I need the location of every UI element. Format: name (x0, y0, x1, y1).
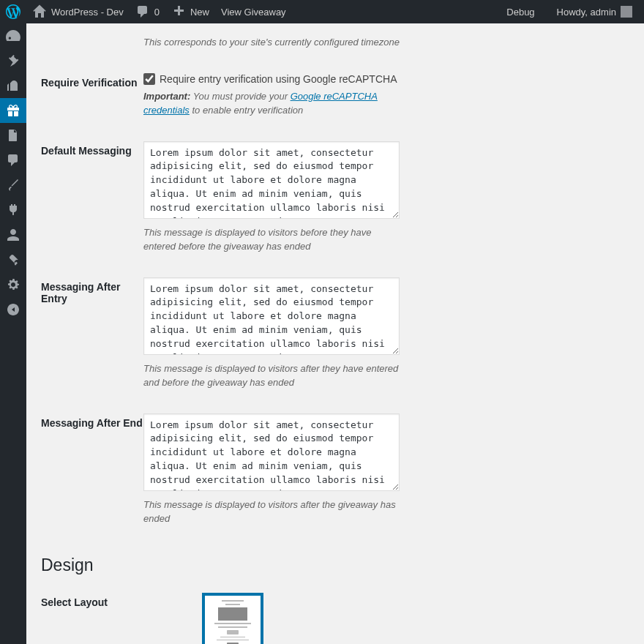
menu-dashboard[interactable] (0, 23, 26, 48)
layout-option-selected[interactable] (202, 593, 263, 645)
pin-icon (6, 53, 20, 68)
menu-tools[interactable] (0, 247, 26, 272)
timezone-label-spacer (41, 23, 143, 27)
site-name-label: WordPress - Dev (51, 7, 124, 18)
admin-bar: WordPress - Dev 0 New View Giveaway Debu… (0, 0, 644, 23)
gift-icon (6, 103, 20, 118)
account-button[interactable]: Howdy, admin (551, 0, 638, 23)
wordpress-logo-icon (6, 4, 20, 19)
layout-thumb-decoration (218, 626, 247, 628)
default-messaging-description: This message is displayed to visitors be… (143, 225, 401, 254)
menu-settings[interactable] (0, 272, 26, 297)
wp-logo-button[interactable] (0, 0, 26, 23)
menu-appearance[interactable] (0, 173, 26, 198)
design-heading: Design (41, 555, 629, 575)
dashboard-icon (6, 29, 20, 43)
layout-thumb-decoration (227, 630, 239, 634)
debug-label: Debug (506, 7, 534, 18)
menu-comments[interactable] (0, 148, 26, 173)
verification-label: Require Verification (41, 73, 143, 89)
comments-button[interactable]: 0 (130, 0, 165, 23)
new-label: New (190, 7, 209, 18)
layout-thumb-decoration (218, 607, 247, 621)
comments-count: 0 (154, 7, 160, 18)
verification-important-prefix: Important: (143, 91, 190, 102)
home-icon (32, 4, 47, 19)
layout-thumb-decoration (214, 623, 251, 624)
default-messaging-label: Default Messaging (41, 141, 143, 157)
after-entry-description: This message is displayed to visitors af… (143, 362, 401, 390)
avatar (621, 6, 632, 18)
menu-pages[interactable] (0, 123, 26, 148)
after-end-description: This message is displayed to visitors af… (143, 498, 401, 526)
verification-note: Important: You must provide your Google … (143, 89, 401, 118)
layout-thumb-decoration (220, 637, 245, 637)
verification-checkbox[interactable] (143, 73, 155, 85)
default-messaging-textarea[interactable] (143, 141, 400, 219)
layout-thumb-decoration (217, 640, 249, 640)
menu-plugins[interactable] (0, 198, 26, 222)
select-layout-label: Select Layout (41, 593, 202, 608)
content-area: This corresponds to your site's currentl… (26, 23, 644, 644)
timezone-description: This corresponds to your site's currentl… (143, 35, 401, 50)
comment-icon (135, 4, 150, 19)
admin-bar-right: Debug Howdy, admin (501, 0, 644, 23)
view-giveaway-button[interactable]: View Giveaway (215, 0, 292, 23)
menu-media[interactable] (0, 73, 26, 98)
plugin-icon (6, 203, 20, 217)
debug-button[interactable]: Debug (501, 0, 540, 23)
wrench-icon (6, 252, 20, 267)
collapse-icon (6, 302, 20, 317)
after-entry-textarea[interactable] (143, 277, 400, 355)
layout-thumb-decoration (222, 600, 244, 602)
admin-bar-left: WordPress - Dev 0 New View Giveaway (0, 0, 292, 23)
after-entry-label: Messaging After Entry (41, 277, 143, 304)
verification-note-after: to enable entry verification (190, 105, 303, 116)
menu-giveaway[interactable] (0, 98, 26, 123)
layout-thumb-decoration (225, 604, 240, 605)
howdy-label: Howdy, admin (557, 7, 616, 18)
user-icon (6, 228, 20, 242)
settings-icon (6, 277, 20, 292)
admin-menu (0, 23, 26, 644)
comment-menu-icon (6, 153, 20, 168)
menu-collapse[interactable] (0, 297, 26, 322)
view-giveaway-label: View Giveaway (221, 7, 286, 18)
pages-icon (6, 128, 20, 143)
site-home-button[interactable]: WordPress - Dev (26, 0, 130, 23)
brush-icon (6, 178, 20, 192)
verification-note-before: You must provide your (190, 91, 290, 102)
plus-icon (171, 4, 186, 19)
after-end-label: Messaging After End (41, 413, 143, 429)
media-icon (6, 78, 20, 93)
verification-checkbox-label: Require entry verification using Google … (160, 73, 397, 85)
menu-posts[interactable] (0, 48, 26, 73)
new-button[interactable]: New (165, 0, 215, 23)
menu-users[interactable] (0, 222, 26, 247)
after-end-textarea[interactable] (143, 413, 400, 491)
